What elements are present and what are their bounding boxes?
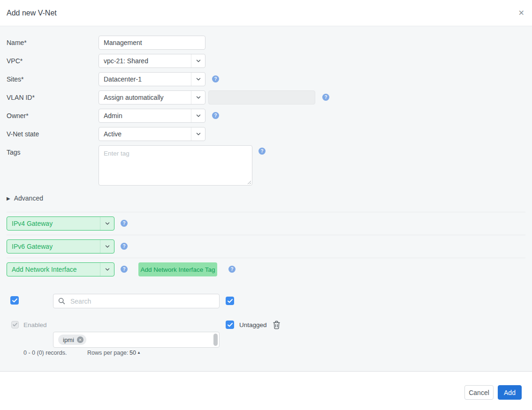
divider [7, 235, 525, 235]
vlan-label: VLAN ID* [7, 94, 35, 101]
sites-select-value: Datacenter-1 [99, 75, 191, 83]
vpc-label: VPC* [7, 57, 23, 65]
divider [7, 258, 525, 258]
owner-select[interactable]: Admin [99, 109, 205, 123]
help-icon[interactable]: ? [212, 112, 219, 119]
triangle-right-icon: ▶ [7, 196, 10, 201]
rows-per-page-label: Rows per page: [87, 350, 129, 356]
vnet-state-select-value: Active [99, 130, 191, 138]
owner-select-value: Admin [99, 112, 191, 119]
check-icon [12, 298, 17, 303]
name-input[interactable] [99, 36, 205, 50]
interface-tags-input[interactable]: ipmi ✕ [53, 332, 220, 348]
chevron-down-icon [191, 127, 205, 141]
search-icon [58, 298, 65, 305]
vnet-state-select[interactable]: Active [99, 127, 205, 141]
ipv4-gateway-label: IPv4 Gateway [7, 220, 100, 227]
add-network-interface-select[interactable]: Add Network Interface [7, 262, 114, 276]
modal-header: Add new V-Net ✕ [0, 0, 532, 26]
help-icon[interactable]: ? [121, 266, 128, 273]
trash-icon[interactable] [273, 321, 281, 331]
enabled-checkbox-disabled [11, 321, 19, 328]
owner-label: Owner* [7, 112, 29, 119]
help-icon[interactable]: ? [121, 220, 128, 227]
name-label: Name* [7, 39, 27, 46]
advanced-toggle[interactable]: ▶ Advanced [7, 194, 43, 202]
add-vnet-modal: Add new V-Net ✕ Name* VPC* vpc-21: Share… [0, 0, 532, 410]
remove-tag-icon[interactable]: ✕ [77, 336, 84, 343]
untagged-label: Untagged [239, 321, 267, 328]
chevron-down-icon [100, 240, 114, 253]
vlan-mode-select[interactable]: Assign automatically [99, 90, 205, 104]
chevron-down-icon [191, 91, 205, 104]
cancel-button[interactable]: Cancel [464, 385, 494, 400]
help-icon[interactable]: ? [322, 94, 329, 101]
scrollbar-thumb[interactable] [213, 334, 218, 346]
records-count: 0 - 0 (0) records. [23, 350, 67, 356]
ipv4-gateway-select[interactable]: IPv4 Gateway [7, 216, 114, 231]
untagged-checkbox[interactable] [226, 321, 234, 329]
vnet-state-label: V-Net state [7, 130, 39, 138]
chevron-down-icon [191, 109, 205, 122]
tag-chip: ipmi ✕ [58, 335, 86, 345]
ipv6-gateway-select[interactable]: IPv6 Gateway [7, 239, 114, 253]
rows-per-page-value[interactable]: 50 [129, 350, 136, 356]
sites-label: Sites* [7, 75, 24, 83]
add-button[interactable]: Add [498, 385, 522, 400]
add-network-interface-label: Add Network Interface [7, 266, 100, 273]
vlan-mode-select-value: Assign automatically [99, 94, 191, 101]
chevron-down-icon [100, 217, 114, 230]
ipv6-gateway-label: IPv6 Gateway [7, 243, 100, 250]
add-network-interface-tag-button[interactable]: Add Network Interface Tag [138, 262, 217, 276]
close-icon[interactable]: ✕ [518, 9, 524, 17]
chevron-down-icon [100, 263, 114, 276]
help-icon[interactable]: ? [258, 148, 266, 155]
enabled-label: Enabled [23, 321, 47, 328]
check-icon [13, 323, 17, 327]
modal-body: Name* VPC* vpc-21: Shared Sites* Datacen… [0, 26, 532, 372]
tags-input[interactable] [99, 145, 252, 186]
search-input[interactable] [53, 294, 220, 308]
help-icon[interactable]: ? [228, 266, 236, 273]
vpc-select[interactable]: vpc-21: Shared [99, 54, 205, 68]
modal-title: Add new V-Net [7, 9, 57, 17]
check-icon [228, 323, 233, 327]
resize-handle-icon[interactable] [247, 180, 251, 185]
caret-up-icon[interactable]: ▲ [137, 350, 141, 355]
chevron-down-icon [191, 73, 205, 86]
untagged-all-checkbox[interactable] [226, 297, 234, 305]
help-icon[interactable]: ? [121, 243, 128, 250]
check-icon [228, 299, 233, 303]
help-icon[interactable]: ? [212, 75, 219, 82]
divider [7, 212, 525, 212]
tags-label: Tags [7, 149, 21, 156]
advanced-label: Advanced [14, 194, 43, 202]
chevron-down-icon [191, 54, 205, 67]
vpc-select-value: vpc-21: Shared [99, 57, 191, 65]
tag-chip-label: ipmi [63, 336, 74, 343]
sites-select[interactable]: Datacenter-1 [99, 72, 205, 86]
vlan-id-input-disabled [208, 90, 315, 104]
select-all-checkbox[interactable] [10, 296, 19, 305]
